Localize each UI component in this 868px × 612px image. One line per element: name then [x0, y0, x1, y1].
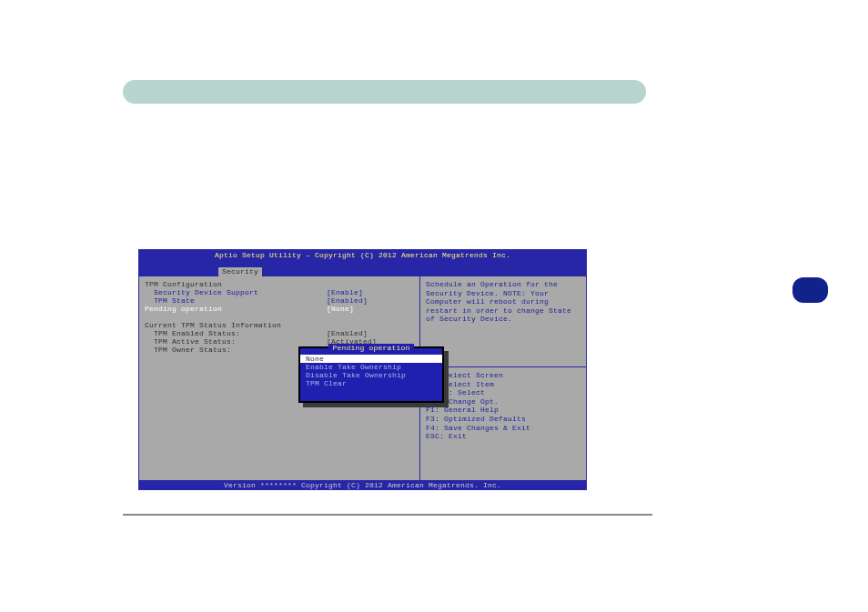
bios-left-pane: TPM Configuration Security Device Suppor…	[138, 276, 420, 481]
help-key-line: F3: Optimized Defaults	[426, 415, 580, 424]
spacer	[145, 313, 414, 321]
bios-title: Aptio Setup Utility – Copyright (C) 2012…	[215, 251, 510, 259]
setting-security-device-support[interactable]: Security Device Support[Enable]	[145, 288, 414, 296]
bios-title-bar: Aptio Setup Utility – Copyright (C) 2012…	[138, 249, 587, 267]
popup-option-enable-take-ownership[interactable]: Enable Take Ownership	[300, 363, 442, 371]
popup-title-wrap: Pending operation	[300, 344, 442, 353]
tab-security[interactable]: Security	[218, 267, 262, 276]
popup-option-disable-take-ownership[interactable]: Disable Take Ownership	[300, 371, 442, 379]
divider-bar	[123, 514, 652, 516]
help-key-line: ↑↓: Select Item	[426, 380, 580, 389]
setting-tpm-state[interactable]: TPM State[Enabled]	[145, 296, 414, 305]
banner-pill	[123, 80, 646, 104]
bios-window: Aptio Setup Utility – Copyright (C) 2012…	[138, 249, 587, 490]
bios-tab-row: Security	[138, 267, 587, 276]
section-title-status: Current TPM Status Information	[145, 321, 414, 329]
help-key-line: +/-: Change Opt.	[426, 397, 580, 406]
bios-body: TPM Configuration Security Device Suppor…	[138, 276, 587, 481]
popup-option-tpm-clear[interactable]: TPM Clear	[300, 379, 442, 387]
page-badge	[792, 277, 828, 303]
popup-items: None Enable Take Ownership Disable Take …	[300, 355, 442, 387]
setting-pending-operation[interactable]: Pending operation[None]	[145, 305, 414, 313]
status-tpm-enabled: TPM Enabled Status:[Enabled]	[145, 329, 414, 337]
popup-option-none[interactable]: None	[300, 355, 442, 363]
help-key-line: F1: General Help	[426, 406, 580, 415]
help-key-line: ESC: Exit	[426, 432, 580, 441]
help-key-line: →←: Select Screen	[426, 371, 580, 380]
help-key-line: F4: Save Changes & Exit	[426, 424, 580, 433]
popup-title: Pending operation	[328, 344, 413, 352]
help-key-line: Enter: Select	[426, 388, 580, 397]
pending-operation-popup: Pending operation None Enable Take Owner…	[298, 346, 444, 403]
bios-footer: Version ******** Copyright (C) 2012 Amer…	[138, 481, 587, 490]
section-title: TPM Configuration	[145, 280, 414, 288]
